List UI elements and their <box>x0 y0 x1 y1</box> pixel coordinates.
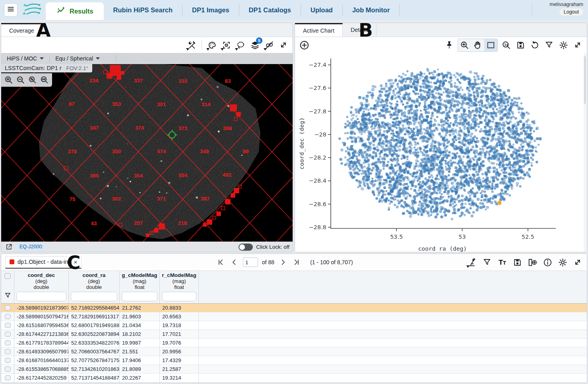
dropdown-arrow-icon <box>264 48 267 51</box>
table-row[interactable]: -28.61516807959453652.6800179194918821.0… <box>1 321 587 330</box>
pin-icon[interactable] <box>443 39 455 51</box>
chart-scrollbar[interactable] <box>584 53 586 252</box>
column-header-g_cModelMag[interactable]: g_cModelMag (mag) float <box>120 271 160 303</box>
expand-icon[interactable] <box>572 256 584 268</box>
overlay-off-icon[interactable] <box>263 39 275 51</box>
prev-page-button[interactable] <box>229 257 239 267</box>
table-column-headers: coord_dec (deg) double coord_ra (deg) do… <box>1 271 587 304</box>
projection-dropdown[interactable]: Equ / Spherical <box>50 55 105 62</box>
filter-input-coord_dec[interactable] <box>16 292 66 301</box>
palette-icon[interactable] <box>206 39 218 51</box>
add-column-icon[interactable] <box>526 256 538 268</box>
expand-icon[interactable] <box>278 39 289 51</box>
save-icon[interactable] <box>514 39 526 51</box>
cell-coord_ra: 52.63333534822076 <box>69 339 120 347</box>
table-row[interactable]: -28.61493309650799752.7066003756476721.5… <box>1 347 587 356</box>
row-checkbox[interactable] <box>5 331 11 337</box>
filter-input-r_cModelMag[interactable] <box>162 292 196 301</box>
page-number-input[interactable] <box>243 257 258 267</box>
last-page-button[interactable] <box>292 257 301 267</box>
table-row[interactable]: -28.58980192187390752.7169229558465421.2… <box>1 304 587 312</box>
nav-tab-dp1-catalogs[interactable]: DP1 Catalogs <box>239 4 301 16</box>
nav-tab-results[interactable]: Results <box>46 2 104 20</box>
moc-tile-label: 402 <box>223 172 232 178</box>
row-checkbox[interactable] <box>5 314 11 319</box>
expand-viewer-button[interactable] <box>4 243 13 251</box>
select-icon[interactable] <box>484 39 497 51</box>
table-row[interactable]: -28.61744227121383652.63025220873894518.… <box>1 330 587 339</box>
tools-icon[interactable] <box>186 39 198 51</box>
select-all-checkbox[interactable] <box>4 273 11 279</box>
table-row[interactable] <box>1 382 587 383</box>
nav-tab-rubin-hips-search[interactable]: Rubin HiPS Search <box>104 4 182 16</box>
settings-icon[interactable] <box>557 256 569 268</box>
moc-tile-label: 301 <box>157 101 166 107</box>
add-chart-icon[interactable] <box>298 39 310 51</box>
column-unit: (mag) <box>160 278 198 284</box>
moc-tile-label: 87 <box>68 101 74 107</box>
recenter-icon[interactable] <box>220 39 232 51</box>
next-page-button[interactable] <box>278 257 288 267</box>
analyze-icon[interactable] <box>466 256 478 268</box>
layers-icon[interactable]: 5 <box>249 39 261 51</box>
table-row[interactable]: -28.61779178378994452.6333353482207619.9… <box>1 339 587 347</box>
row-checkbox[interactable] <box>5 375 11 380</box>
map-options-bar: HiPS / MOC Equ / Spherical <box>1 53 293 64</box>
column-header-r_cModelMag[interactable]: r_cModelMag (mag) float <box>160 271 199 303</box>
tab-active-chart[interactable]: Active Chart <box>295 23 343 37</box>
row-checkbox[interactable] <box>5 340 11 345</box>
column-header-coord_ra[interactable]: coord_ra (deg) double <box>69 271 120 303</box>
row-checkbox[interactable] <box>5 366 11 372</box>
cell-g_cModelMag: 21.8089 <box>120 365 160 374</box>
save-icon[interactable] <box>511 256 523 268</box>
filter-input-g_cModelMag[interactable] <box>122 292 157 301</box>
first-page-button[interactable] <box>216 257 225 267</box>
zoom-in-icon[interactable] <box>458 39 471 51</box>
table-tab-title: dp1.Object - data-int <box>17 259 70 265</box>
mzoom-in-icon[interactable] <box>3 74 14 85</box>
tab-details[interactable]: Details <box>343 23 376 37</box>
table-tab[interactable]: dp1.Object - data-int × <box>5 256 82 269</box>
lasso-icon[interactable] <box>235 39 246 51</box>
dropdown-arrow-icon <box>466 265 470 268</box>
nav-tab-upload[interactable]: Upload <box>301 4 343 16</box>
expand-icon[interactable] <box>572 39 584 51</box>
tab-coverage[interactable]: Coverage <box>1 23 43 37</box>
rotate-left-icon[interactable] <box>529 39 541 51</box>
hamburger-menu-button[interactable] <box>4 3 17 17</box>
settings-icon[interactable] <box>557 39 569 51</box>
cell-coord_dec: -28.617791783789944 <box>14 339 69 347</box>
restore-zoom-icon[interactable]: 1x <box>500 39 512 51</box>
filter-icon[interactable] <box>543 39 555 51</box>
row-checkbox[interactable] <box>5 305 11 310</box>
column-header-coord_dec[interactable]: coord_dec (deg) double <box>14 271 69 303</box>
table-row[interactable]: -28.61687016644013752.70775267847175617.… <box>1 356 587 365</box>
row-checkbox[interactable] <box>5 323 11 328</box>
info-icon[interactable] <box>541 256 553 268</box>
hips-moc-dropdown[interactable]: HiPS / MOC <box>1 55 49 62</box>
mzoom-fill-icon[interactable] <box>39 74 50 85</box>
filter-input-coord_ra[interactable] <box>71 292 117 301</box>
click-lock-toggle[interactable] <box>239 244 253 251</box>
table-row[interactable]: -28.6172445282025952.7137145418848720.22… <box>1 374 587 382</box>
sky-map-viewer[interactable]: 2343373158387353301314347374373398278350… <box>1 53 293 242</box>
pan-icon[interactable] <box>471 39 484 51</box>
mzoom-fit-icon[interactable] <box>27 74 38 85</box>
nav-tab-dp1-images[interactable]: DP1 Images <box>182 4 239 16</box>
text-view-icon[interactable]: TT <box>496 256 508 268</box>
column-unit: (deg) <box>14 278 68 284</box>
filter-icon[interactable] <box>481 256 493 268</box>
table-row[interactable]: -28.61553865706888552.7134261020186321.8… <box>1 365 587 374</box>
row-checkbox[interactable] <box>5 358 11 363</box>
nav-tab-job-monitor[interactable]: Job Monitor <box>343 4 400 16</box>
logout-button[interactable]: Logout <box>559 8 583 16</box>
target-crosshair-icon <box>167 130 177 140</box>
moc-tile-label: 218 <box>178 220 187 226</box>
row-checkbox[interactable] <box>5 349 11 354</box>
table-row[interactable]: -28.58998015079471652.7182919691131721.9… <box>1 312 587 321</box>
column-name: r_cModelMag <box>160 272 198 278</box>
projection-label: Equ / Spherical <box>55 55 93 62</box>
scatter-chart[interactable]: −27.4−27.6−27.8−28−28.2−28.4−28.6−28.853… <box>295 53 587 252</box>
mzoom-out-icon[interactable] <box>15 74 26 85</box>
close-icon[interactable]: × <box>74 259 77 265</box>
